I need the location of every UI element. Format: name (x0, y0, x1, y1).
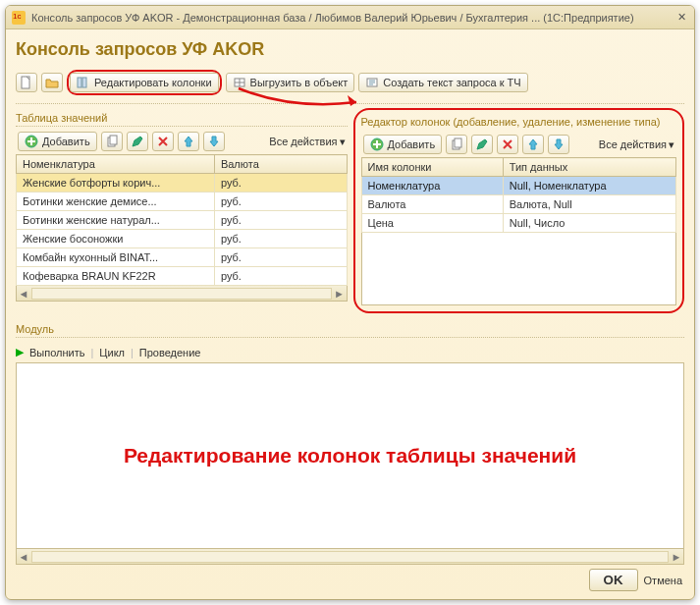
edit-columns-label: Редактировать колонки (94, 77, 212, 88)
folder-icon (45, 76, 59, 89)
table-row[interactable]: Ботинки женские демисе...руб. (17, 192, 348, 211)
app-window: Консоль запросов УФ AKOR - Демонстрацион… (5, 5, 695, 600)
right-add-button[interactable]: Добавить (363, 135, 443, 154)
loop-button[interactable]: Цикл (99, 347, 125, 358)
table-row[interactable]: Кофеварка BRAUN KF22Rруб. (17, 267, 348, 286)
left-all-actions-label: Все действия (269, 136, 337, 147)
left-col-1[interactable]: Валюта (214, 155, 347, 174)
svg-rect-7 (110, 136, 117, 144)
left-copy-button[interactable] (101, 132, 123, 151)
table-row[interactable]: Женские босоножкируб. (17, 230, 348, 248)
chevron-down-icon: ▾ (340, 136, 346, 148)
chevron-down-icon: ▾ (669, 138, 674, 151)
copy-icon (450, 138, 463, 151)
svg-rect-1 (78, 78, 81, 87)
left-pane-label: Таблица значений (16, 112, 348, 127)
export-object-button[interactable]: Выгрузить в объект (226, 73, 355, 92)
right-grid-blank (361, 233, 677, 305)
run-button[interactable]: Выполнить (29, 347, 84, 358)
arrow-up-icon (182, 135, 195, 148)
edit-columns-highlight: Редактировать колонки (67, 70, 222, 95)
svg-rect-2 (82, 78, 86, 87)
right-grid[interactable]: Имя колонки Тип данных НоменклатураNull,… (361, 157, 677, 233)
export-object-label: Выгрузить в объект (250, 77, 349, 88)
right-toolbar: Добавить Все действия ▾ (361, 132, 677, 157)
delete-icon (156, 135, 170, 148)
left-moveup-button[interactable] (178, 132, 199, 151)
right-all-actions-label: Все действия (599, 138, 667, 150)
delete-icon (501, 138, 514, 151)
divider: | (131, 347, 134, 358)
left-add-button[interactable]: Добавить (18, 132, 97, 151)
divider: | (90, 347, 93, 358)
right-movedown-button[interactable] (548, 135, 569, 154)
scroll-right-icon[interactable]: ► (333, 288, 347, 300)
add-icon (370, 138, 384, 151)
titlebar: Консоль запросов УФ AKOR - Демонстрацион… (6, 6, 694, 29)
left-edit-button[interactable] (127, 132, 148, 151)
module-hscroll[interactable]: ◄ ► (16, 549, 684, 565)
arrow-down-icon (552, 138, 565, 151)
left-add-label: Добавить (42, 136, 90, 147)
export-icon (233, 76, 246, 89)
annotation-text: Редактирование колонок таблицы значений (124, 444, 576, 468)
pencil-icon (131, 135, 144, 148)
add-icon (25, 135, 38, 148)
scroll-track[interactable] (31, 551, 669, 563)
left-col-0[interactable]: Номенклатура (17, 155, 215, 174)
copy-icon (105, 135, 119, 148)
posting-button[interactable]: Проведение (139, 347, 201, 358)
table-row[interactable]: НоменклатураNull, Номенклатура (361, 177, 676, 195)
right-pane: Редактор колонок (добавление, удаление, … (353, 108, 685, 313)
right-all-actions[interactable]: Все действия ▾ (599, 138, 674, 151)
table-row[interactable]: Комбайн кухонный BINAT...руб. (17, 248, 348, 267)
left-toolbar: Добавить Все действия ▾ (16, 129, 348, 154)
edit-columns-icon (77, 76, 90, 89)
table-row[interactable]: Ботинки женские натурал...руб. (17, 211, 348, 230)
cancel-button[interactable]: Отмена (644, 575, 682, 586)
module-label: Модуль (16, 323, 684, 338)
right-edit-button[interactable] (471, 135, 493, 154)
table-row[interactable]: ВалютаВалюта, Null (361, 195, 676, 214)
ok-button[interactable]: OK (589, 569, 638, 591)
document-icon (20, 76, 33, 89)
module-editor[interactable]: Редактирование колонок таблицы значений (16, 362, 684, 549)
footer: OK Отмена (589, 569, 682, 591)
right-pane-label: Редактор колонок (добавление, удаление, … (361, 116, 677, 130)
query-icon (365, 76, 379, 89)
right-moveup-button[interactable] (522, 135, 544, 154)
scroll-right-icon[interactable]: ► (670, 551, 683, 563)
left-delete-button[interactable] (152, 132, 174, 151)
table-row[interactable]: Женские ботфорты корич...руб. (17, 174, 348, 192)
left-hscroll[interactable]: ◄ ► (16, 286, 348, 302)
page-title: Консоль запросов УФ AKOR (16, 39, 684, 60)
scroll-track[interactable] (31, 288, 332, 300)
module-toolbar: ▶ Выполнить | Цикл | Проведение (16, 342, 684, 362)
left-grid[interactable]: Номенклатура Валюта Женские ботфорты кор… (16, 154, 348, 286)
create-query-label: Создать текст запроса к ТЧ (383, 77, 520, 88)
right-col-0[interactable]: Имя колонки (361, 158, 503, 177)
arrow-down-icon (207, 135, 221, 148)
edit-columns-button[interactable]: Редактировать колонки (70, 73, 219, 92)
scroll-left-icon[interactable]: ◄ (17, 551, 30, 563)
titlebar-text: Консоль запросов УФ AKOR - Демонстрацион… (31, 12, 634, 24)
main-toolbar: Редактировать колонки Выгрузить в объект… (16, 68, 684, 104)
left-movedown-button[interactable] (203, 132, 225, 151)
close-icon[interactable]: ✕ (674, 11, 688, 25)
right-delete-button[interactable] (497, 135, 518, 154)
open-button[interactable] (41, 73, 63, 92)
right-add-label: Добавить (388, 138, 436, 150)
right-copy-button[interactable] (446, 135, 467, 154)
pencil-icon (475, 138, 489, 151)
arrow-up-icon (526, 138, 540, 151)
left-all-actions[interactable]: Все действия ▾ (269, 136, 345, 148)
new-doc-button[interactable] (16, 73, 37, 92)
scroll-left-icon[interactable]: ◄ (17, 288, 30, 300)
play-icon[interactable]: ▶ (16, 346, 24, 358)
svg-rect-10 (455, 138, 461, 147)
left-pane: Таблица значений Добавить Все действия ▾ (16, 108, 348, 313)
table-row[interactable]: ЦенаNull, Число (361, 214, 676, 233)
create-query-button[interactable]: Создать текст запроса к ТЧ (358, 73, 527, 92)
right-col-1[interactable]: Тип данных (503, 158, 675, 177)
app-icon (12, 11, 26, 25)
